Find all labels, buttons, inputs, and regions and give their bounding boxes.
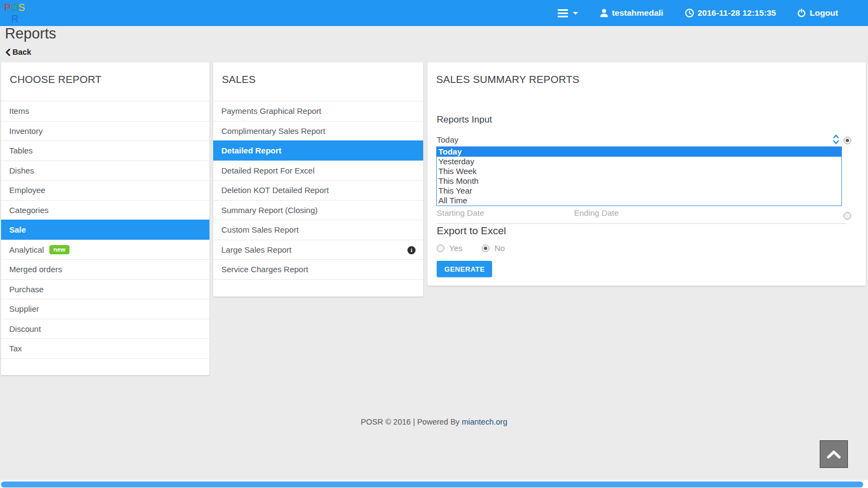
footer-link[interactable]: miantech.org	[462, 418, 507, 426]
date-range-mode-radio[interactable]	[844, 212, 851, 220]
logout-label: Logout	[809, 8, 838, 18]
export-yes-radio[interactable]	[437, 245, 444, 252]
category-label: Merged orders	[9, 265, 62, 274]
export-no-label: No	[494, 243, 505, 253]
report-label: Large Sales Report	[221, 245, 291, 254]
category-label: Purchase	[9, 285, 43, 294]
user-icon	[600, 9, 608, 17]
horizontal-scrollbar-track[interactable]	[0, 480, 868, 488]
report-type-list: Payments Graphical Report Complimentary …	[213, 101, 423, 297]
option-yesterday[interactable]: Yesterday	[437, 157, 841, 166]
back-label: Back	[12, 48, 31, 56]
report-item-complimentary-sales[interactable]: Complimentary Sales Report	[213, 121, 423, 141]
category-item-sale[interactable]: Sale	[1, 220, 209, 240]
category-item-analytical[interactable]: Analytical new	[1, 240, 209, 260]
report-item-large-sales[interactable]: Large Sales Report i	[213, 240, 423, 260]
option-this-year[interactable]: This Year	[437, 186, 841, 196]
report-item-deletion-kot[interactable]: Deletion KOT Detailed Report	[213, 180, 423, 200]
page-title: Reports	[5, 25, 56, 42]
sales-panel-title: SALES	[213, 62, 423, 101]
logo-letter-p: P	[4, 2, 11, 13]
category-item-discount[interactable]: Discount	[1, 319, 209, 339]
report-item-custom-sales[interactable]: Custom Sales Report	[213, 220, 423, 240]
category-item-items[interactable]: Items	[1, 101, 209, 121]
horizontal-scrollbar-thumb[interactable]	[1, 481, 863, 487]
chevron-left-icon	[5, 49, 10, 56]
logo-letter-r: R	[11, 14, 18, 24]
category-label: Tax	[9, 344, 22, 353]
power-icon	[797, 9, 806, 17]
logo-letter-o: O	[11, 2, 18, 13]
logo-letter-s: S	[18, 2, 25, 13]
menu-dropdown-toggle[interactable]	[558, 8, 578, 19]
category-item-categories[interactable]: Categories	[1, 200, 209, 220]
report-item-summary-closing[interactable]: Summary Report (Closing)	[213, 200, 423, 220]
choose-report-title: CHOOSE REPORT	[1, 62, 209, 101]
back-button[interactable]: Back	[5, 48, 31, 56]
footer: POSR © 2016 | Powered By miantech.org	[0, 418, 868, 426]
category-item-supplier[interactable]: Supplier	[1, 299, 209, 319]
top-bar: POS R testahmedali 2016-11-28 12:15:35	[0, 0, 868, 26]
export-no-radio[interactable]	[482, 245, 489, 252]
report-label: Payments Graphical Report	[221, 106, 321, 115]
report-category-list: Items Inventory Tables Dishes Employee C…	[1, 101, 209, 375]
option-this-month[interactable]: This Month	[437, 176, 841, 186]
datetime-text: 2016-11-28 12:15:35	[698, 8, 776, 18]
server-time: 2016-11-28 12:15:35	[685, 8, 776, 18]
option-today[interactable]: Today	[437, 147, 841, 157]
hamburger-menu-icon	[558, 8, 568, 19]
category-item-dishes[interactable]: Dishes	[1, 160, 209, 181]
category-item-tax[interactable]: Tax	[1, 338, 209, 358]
option-this-week[interactable]: This Week	[437, 166, 841, 176]
report-item-payments-graphical[interactable]: Payments Graphical Report	[213, 101, 423, 121]
user-menu[interactable]: testahmedali	[600, 8, 663, 18]
new-badge: new	[49, 245, 69, 254]
category-label: Analytical	[9, 245, 44, 254]
category-item-employee[interactable]: Employee	[1, 180, 209, 200]
footer-text: POSR © 2016 | Powered By	[361, 418, 459, 426]
ending-date-input[interactable]	[574, 208, 699, 217]
report-label: Deletion KOT Detailed Report	[221, 185, 329, 195]
period-select-value: Today	[437, 135, 458, 144]
report-item-service-charges[interactable]: Service Charges Report	[213, 259, 423, 279]
export-to-excel-label: Export to Excel	[437, 225, 506, 237]
period-listbox[interactable]: Today Yesterday This Week This Month Thi…	[436, 146, 842, 206]
report-label: Detailed Report	[221, 146, 282, 155]
sales-summary-panel: SALES SUMMARY REPORTS Reports Input Toda…	[427, 62, 866, 286]
report-label: Summary Report (Closing)	[221, 206, 318, 215]
export-yes-label: Yes	[449, 243, 462, 253]
report-item-detailed-report[interactable]: Detailed Report	[213, 140, 423, 160]
category-item-purchase[interactable]: Purchase	[1, 279, 209, 299]
category-item-inventory[interactable]: Inventory	[1, 121, 209, 141]
report-label: Service Charges Report	[221, 265, 308, 274]
category-label: Inventory	[9, 126, 43, 136]
posr-logo[interactable]: POS R	[4, 2, 33, 25]
date-range-row	[437, 208, 846, 224]
report-item-detailed-excel[interactable]: Detailed Report For Excel	[213, 160, 423, 181]
sales-reports-panel: SALES Payments Graphical Report Complime…	[213, 62, 423, 297]
report-label: Detailed Report For Excel	[221, 166, 315, 175]
clock-icon	[685, 9, 694, 17]
scroll-to-top-button[interactable]	[820, 440, 848, 468]
category-label: Discount	[9, 324, 41, 333]
generate-button[interactable]: GENERATE	[437, 261, 492, 277]
starting-date-input[interactable]	[437, 208, 561, 217]
period-select[interactable]: Today	[437, 135, 830, 146]
username: testahmedali	[612, 8, 663, 18]
select-updown-icon[interactable]	[832, 134, 840, 145]
option-all-time[interactable]: All Time	[437, 196, 841, 206]
category-label: Categories	[9, 206, 49, 215]
empty-row	[1, 358, 209, 375]
category-label: Dishes	[9, 166, 34, 175]
category-label: Sale	[9, 225, 26, 234]
logout-button[interactable]: Logout	[797, 8, 838, 18]
period-mode-radio[interactable]	[844, 137, 851, 144]
report-label: Custom Sales Report	[221, 225, 299, 234]
category-item-merged-orders[interactable]: Merged orders	[1, 259, 209, 279]
category-label: Employee	[9, 185, 46, 195]
choose-report-panel: CHOOSE REPORT Items Inventory Tables Dis…	[1, 62, 209, 375]
category-label: Tables	[9, 146, 33, 155]
category-item-tables[interactable]: Tables	[1, 140, 209, 160]
reports-input-label: Reports Input	[437, 114, 492, 125]
info-icon[interactable]: i	[407, 246, 416, 254]
